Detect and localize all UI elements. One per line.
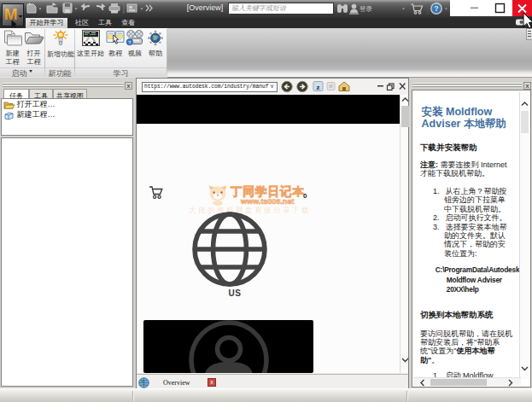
svg-text:z: z [317, 83, 320, 91]
svg-text:?: ? [128, 40, 131, 45]
svg-text:?: ? [434, 4, 439, 13]
